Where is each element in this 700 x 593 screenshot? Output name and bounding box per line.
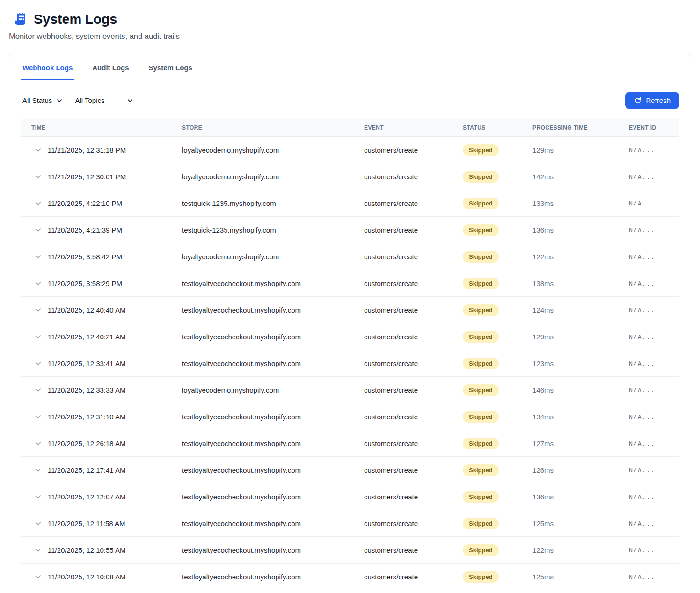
status-badge: Skipped [463, 171, 499, 183]
row-event-id: N/A... [618, 200, 679, 207]
table-row[interactable]: 11/20/2025, 12:10:08 AM testloyaltyecoch… [21, 564, 679, 590]
row-time: 11/20/2025, 4:21:39 PM [48, 226, 122, 234]
row-store: testloyaltyecocheckout.myshopify.com [171, 520, 353, 527]
table-row[interactable]: 11/20/2025, 3:58:29 PM testloyaltyecoche… [21, 270, 679, 297]
status-badge: Skipped [463, 304, 499, 316]
row-time: 11/21/2025, 12:30:01 PM [48, 173, 126, 181]
expand-chevron-down-icon[interactable] [35, 227, 42, 234]
row-store: testloyaltyecocheckout.myshopify.com [171, 493, 353, 501]
row-event-id: N/A... [618, 253, 679, 260]
row-time: 11/20/2025, 12:40:40 AM [48, 306, 126, 314]
expand-chevron-down-icon[interactable] [35, 493, 42, 500]
row-event: customers/create [353, 520, 452, 527]
expand-chevron-down-icon[interactable] [35, 547, 42, 554]
row-time: 11/20/2025, 12:17:41 AM [48, 466, 126, 474]
row-time: 11/20/2025, 3:58:42 PM [48, 253, 122, 261]
expand-chevron-down-icon[interactable] [35, 280, 42, 287]
row-store: testloyaltyecocheckout.myshopify.com [171, 546, 353, 554]
table-row[interactable]: 11/20/2025, 12:40:40 AM testloyaltyecoch… [21, 297, 679, 323]
status-badge: Skipped [463, 438, 499, 449]
table-row[interactable]: 11/20/2025, 12:33:41 AM testloyaltyecoch… [21, 350, 679, 377]
row-store: testloyaltyecocheckout.myshopify.com [171, 359, 353, 367]
row-event: customers/create [353, 493, 452, 501]
row-event-id: N/A... [618, 333, 679, 340]
row-processing-time: 122ms [521, 253, 618, 261]
topics-filter-select[interactable]: All Topics [75, 96, 133, 104]
row-store: loyaltyecodemo.myshopify.com [171, 253, 353, 261]
refresh-button[interactable]: Refresh [625, 92, 679, 109]
row-store: loyaltyecodemo.myshopify.com [171, 173, 353, 181]
row-event-id: N/A... [618, 307, 679, 314]
row-event: customers/create [353, 146, 452, 154]
expand-chevron-down-icon[interactable] [35, 333, 42, 340]
table-row[interactable]: 11/21/2025, 12:31:18 PM loyaltyecodemo.m… [21, 137, 679, 163]
refresh-button-label: Refresh [646, 96, 671, 104]
expand-chevron-down-icon[interactable] [35, 573, 42, 580]
table-row[interactable]: 11/20/2025, 12:33:33 AM loyaltyecodemo.m… [21, 377, 679, 403]
toolbar: All Status All Topics Refresh [9, 80, 691, 119]
row-time: 11/20/2025, 12:12:07 AM [48, 493, 126, 501]
row-event: customers/create [353, 439, 452, 447]
table-body: 11/21/2025, 12:31:18 PM loyaltyecodemo.m… [21, 137, 679, 590]
status-badge: Skipped [463, 571, 499, 583]
tab-webhook-logs[interactable]: Webhook Logs [21, 54, 74, 80]
page-title: System Logs [34, 12, 117, 27]
filters: All Status All Topics [22, 96, 133, 104]
expand-chevron-down-icon[interactable] [35, 387, 42, 394]
table-row[interactable]: 11/20/2025, 12:26:18 AM testloyaltyecoch… [21, 430, 679, 457]
expand-chevron-down-icon[interactable] [35, 360, 42, 367]
row-event: customers/create [353, 466, 452, 474]
row-event-id: N/A... [618, 280, 679, 287]
status-badge: Skipped [463, 278, 499, 289]
row-event: customers/create [353, 173, 452, 181]
table-row[interactable]: 11/21/2025, 12:30:01 PM loyaltyecodemo.m… [21, 163, 679, 190]
tab-system-logs[interactable]: System Logs [147, 54, 194, 80]
table-row[interactable]: 11/20/2025, 4:22:10 PM testquick-1235.my… [21, 190, 679, 217]
expand-chevron-down-icon[interactable] [35, 146, 42, 154]
row-store: loyaltyecodemo.myshopify.com [171, 146, 353, 154]
row-event: customers/create [353, 333, 452, 341]
row-processing-time: 126ms [521, 466, 618, 474]
row-event: customers/create [353, 199, 452, 207]
row-time: 11/20/2025, 12:26:18 AM [48, 439, 126, 447]
expand-chevron-down-icon[interactable] [35, 440, 42, 447]
column-header-store: STORE [171, 124, 353, 131]
chevron-down-icon [57, 98, 62, 103]
status-badge: Skipped [463, 491, 499, 503]
row-event-id: N/A... [618, 547, 679, 554]
table-row[interactable]: 11/20/2025, 12:11:58 AM testloyaltyecoch… [21, 510, 679, 537]
row-event-id: N/A... [618, 360, 679, 367]
row-event: customers/create [353, 386, 452, 394]
row-event: customers/create [353, 226, 452, 234]
row-event-id: N/A... [618, 440, 679, 447]
status-badge: Skipped [463, 224, 499, 236]
table-row[interactable]: 11/20/2025, 12:10:55 AM testloyaltyecoch… [21, 537, 679, 564]
expand-chevron-down-icon[interactable] [35, 200, 42, 207]
column-header-status: STATUS [452, 124, 521, 131]
expand-chevron-down-icon[interactable] [35, 467, 42, 474]
row-event: customers/create [353, 359, 452, 367]
expand-chevron-down-icon[interactable] [35, 307, 42, 314]
table-row[interactable]: 11/20/2025, 12:40:21 AM testloyaltyecoch… [21, 323, 679, 350]
table-header-row: TIME STORE EVENT STATUS PROCESSING TIME … [21, 119, 679, 137]
row-store: testquick-1235.myshopify.com [171, 199, 353, 207]
expand-chevron-down-icon[interactable] [35, 520, 42, 527]
expand-chevron-down-icon[interactable] [35, 173, 42, 180]
row-store: testloyaltyecocheckout.myshopify.com [171, 413, 353, 421]
row-event: customers/create [353, 279, 452, 287]
table-row[interactable]: 11/20/2025, 4:21:39 PM testquick-1235.my… [21, 217, 679, 243]
expand-chevron-down-icon[interactable] [35, 253, 42, 260]
table-row[interactable]: 11/20/2025, 12:12:07 AM testloyaltyecoch… [21, 483, 679, 510]
table-row[interactable]: 11/20/2025, 12:31:10 AM testloyaltyecoch… [21, 403, 679, 430]
row-event: customers/create [353, 546, 452, 554]
tab-audit-logs[interactable]: Audit Logs [90, 54, 131, 80]
tab-bar: Webhook Logs Audit Logs System Logs [9, 54, 691, 80]
row-processing-time: 133ms [521, 199, 618, 207]
table-row[interactable]: 11/20/2025, 12:17:41 AM testloyaltyecoch… [21, 457, 679, 483]
row-processing-time: 124ms [521, 306, 618, 314]
row-store: testloyaltyecocheckout.myshopify.com [171, 279, 353, 287]
expand-chevron-down-icon[interactable] [35, 413, 42, 420]
table-row[interactable]: 11/20/2025, 3:58:42 PM loyaltyecodemo.my… [21, 243, 679, 270]
page-subtitle: Monitor webhooks, system events, and aud… [9, 32, 691, 41]
status-filter-select[interactable]: All Status [22, 96, 62, 104]
